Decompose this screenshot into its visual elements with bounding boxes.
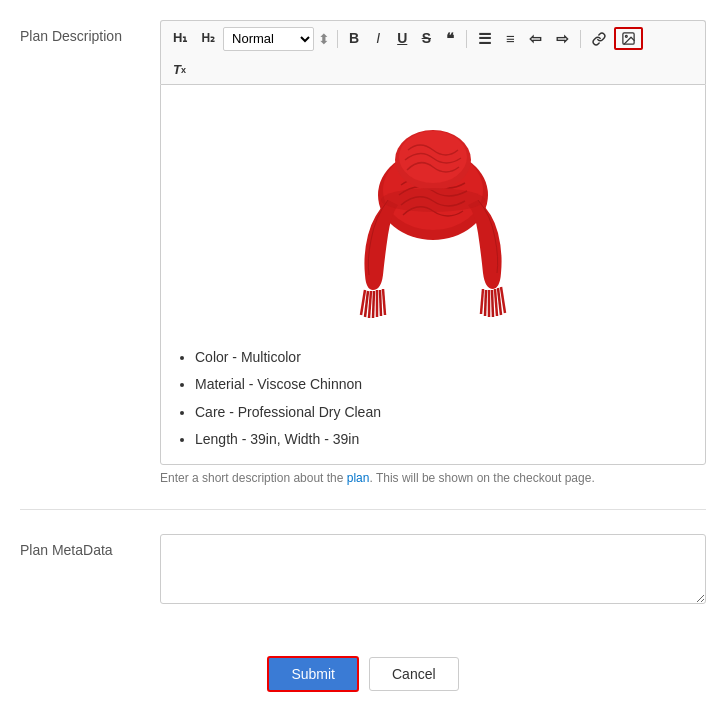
align-left-button[interactable]: ⇦ — [523, 25, 548, 52]
bullet-item-care: Care - Professional Dry Clean — [195, 400, 691, 425]
svg-line-4 — [361, 290, 365, 315]
form-footer: Submit Cancel — [20, 656, 706, 692]
metadata-textarea[interactable] — [160, 534, 706, 604]
bullet-item-color: Color - Multicolor — [195, 345, 691, 370]
plan-metadata-label: Plan MetaData — [20, 534, 160, 558]
toolbar-divider-1 — [337, 30, 338, 48]
bold-button[interactable]: B — [343, 26, 365, 52]
quote-button[interactable]: ❝ — [439, 25, 461, 52]
bullet-item-material: Material - Viscose Chinnon — [195, 372, 691, 397]
hint-text-after: . This will be shown on the checkout pag… — [369, 471, 594, 485]
toolbar-divider-2 — [466, 30, 467, 48]
svg-line-14 — [492, 290, 493, 317]
ordered-list-button[interactable]: ☰ — [472, 25, 497, 52]
h2-button[interactable]: H₂ — [195, 27, 221, 50]
plan-metadata-control — [160, 534, 706, 608]
editor-body[interactable]: Color - Multicolor Material - Viscose Ch… — [160, 84, 706, 465]
plan-description-editor: H₁ H₂ Normal Heading 1 Heading 2 Heading… — [160, 20, 706, 485]
hint-plan-link[interactable]: plan — [347, 471, 370, 485]
strikethrough-button[interactable]: S — [415, 26, 437, 52]
h1-button[interactable]: H₁ — [167, 26, 193, 50]
align-right-button[interactable]: ⇨ — [550, 25, 575, 52]
editor-toolbar-row1: H₁ H₂ Normal Heading 1 Heading 2 Heading… — [160, 20, 706, 56]
plan-description-label: Plan Description — [20, 20, 160, 44]
editor-hint: Enter a short description about the plan… — [160, 471, 706, 485]
editor-toolbar-row2: Tx — [160, 56, 706, 84]
svg-line-15 — [495, 289, 497, 316]
image-button[interactable] — [614, 27, 643, 50]
svg-line-6 — [369, 291, 371, 318]
svg-line-11 — [481, 289, 483, 314]
editor-bullet-list: Color - Multicolor Material - Viscose Ch… — [175, 345, 691, 452]
svg-point-1 — [626, 35, 628, 37]
underline-button[interactable]: U — [391, 26, 413, 52]
unordered-list-button[interactable]: ≡ — [499, 25, 521, 52]
link-button[interactable] — [586, 29, 612, 49]
editor-image-area — [175, 95, 691, 345]
italic-button[interactable]: I — [367, 26, 389, 52]
svg-line-9 — [380, 290, 381, 316]
cancel-button[interactable]: Cancel — [369, 657, 459, 691]
submit-button[interactable]: Submit — [267, 656, 359, 692]
svg-line-7 — [373, 291, 374, 318]
hint-text-before: Enter a short description about the — [160, 471, 347, 485]
toolbar-divider-3 — [580, 30, 581, 48]
svg-point-20 — [381, 188, 485, 212]
svg-line-12 — [485, 290, 486, 316]
plan-description-row: Plan Description H₁ H₂ Normal Heading 1 … — [20, 20, 706, 510]
clear-format-button[interactable]: Tx — [167, 58, 192, 82]
bullet-item-length: Length - 39in, Width - 39in — [195, 427, 691, 452]
format-select[interactable]: Normal Heading 1 Heading 2 Heading 3 Par… — [223, 27, 314, 51]
plan-metadata-row: Plan MetaData — [20, 534, 706, 632]
svg-line-10 — [383, 289, 385, 315]
